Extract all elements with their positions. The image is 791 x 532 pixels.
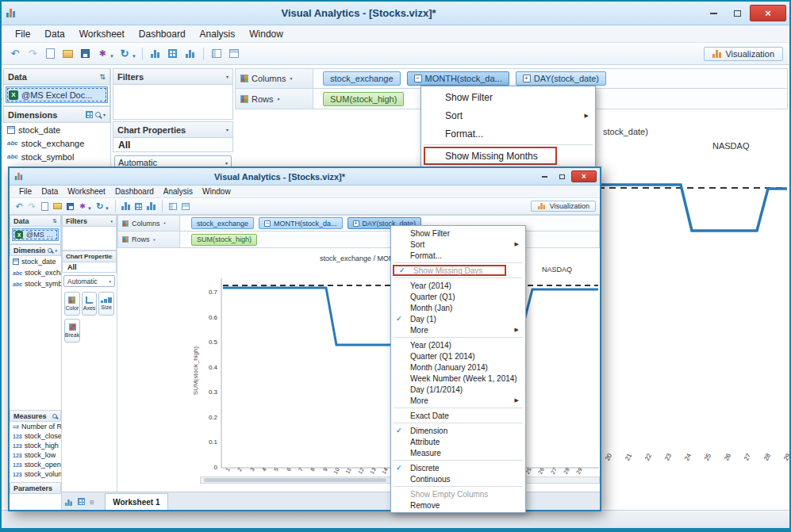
bar-chart-icon[interactable] — [148, 46, 163, 62]
item-sort[interactable]: Sort▶ — [391, 239, 525, 250]
chevron-down-icon[interactable]: ▾ — [226, 74, 228, 79]
layout-left-icon[interactable] — [167, 200, 179, 212]
menu-dashboard[interactable]: Dashboard — [132, 27, 193, 41]
item-show-empty-columns[interactable]: Show Empty Columns — [391, 488, 525, 499]
column-chart-icon[interactable] — [145, 200, 158, 212]
menu-worksheet[interactable]: Worksheet — [63, 186, 110, 197]
size-button[interactable]: Size — [98, 292, 114, 316]
filters-header[interactable]: Filters ▾ — [113, 68, 233, 85]
item-week-number-value[interactable]: Week Number (Week 1, 2014) — [391, 373, 525, 384]
close-button[interactable]: × — [571, 170, 597, 182]
save-icon[interactable] — [77, 46, 93, 62]
item-day-part[interactable]: ✓ Day (1) — [391, 313, 525, 324]
sort-updown-icon[interactable]: ⇅ — [99, 73, 106, 81]
undo-icon[interactable]: ↶ — [7, 46, 23, 62]
chart-properties-header[interactable]: Chart Properties ▾ — [113, 121, 233, 138]
item-month-value[interactable]: Month (January 2014) — [391, 362, 525, 373]
field-stock-symbol[interactable]: abc stock_symbol — [3, 150, 110, 163]
field-stock-volume[interactable]: 123 stock_volume — [10, 469, 61, 479]
measures-header[interactable]: Measures — [10, 410, 61, 422]
menu-worksheet[interactable]: Worksheet — [72, 27, 132, 41]
field-stock-exchange[interactable]: abc stock_exchange — [10, 267, 61, 278]
dimensions-header[interactable]: Dimensions ▾ — [3, 106, 110, 123]
layout-top-icon[interactable] — [226, 46, 242, 62]
axes-button[interactable]: Axes — [82, 292, 98, 316]
item-month-part[interactable]: Month (Jan) — [391, 302, 525, 313]
context-menu-item-sort[interactable]: Sort▶ — [421, 106, 595, 124]
columns-shelf[interactable]: Columns ▼ stock_exchange − MONTH(stock_d… — [117, 215, 600, 232]
parameters-header[interactable]: Parameters — [10, 482, 61, 494]
item-exact-date[interactable]: Exact Date — [391, 410, 525, 421]
layout-left-icon[interactable] — [209, 46, 225, 62]
column-chart-icon[interactable] — [182, 46, 198, 62]
item-measure[interactable]: Measure — [391, 447, 525, 458]
rows-shelf-label[interactable]: Rows ▼ — [236, 89, 313, 109]
item-attribute[interactable]: Attribute — [391, 436, 525, 447]
chart-properties-header[interactable]: Chart Properties — [62, 251, 117, 262]
rows-shelf[interactable]: Rows ▼ SUM(stock_high) — [117, 232, 600, 248]
data-panel-header[interactable]: Data ⇅ — [3, 68, 110, 85]
open-icon[interactable] — [60, 46, 75, 62]
menu-window[interactable]: Window — [198, 186, 236, 197]
scrollbar-thumb[interactable] — [204, 478, 386, 482]
menu-analysis[interactable]: Analysis — [159, 186, 198, 197]
field-stock-low[interactable]: 123 stock_low — [10, 450, 61, 460]
pill-sum-stock-high[interactable]: SUM(stock_high) — [191, 234, 257, 246]
field-stock-exchange[interactable]: abc stock_exchange — [3, 136, 110, 150]
dropdown-icon[interactable]: ▼ — [109, 54, 114, 59]
expand-field-icon[interactable]: + — [523, 75, 531, 82]
format-painter-icon[interactable]: ✱ — [94, 46, 110, 62]
columns-shelf-label[interactable]: Columns ▼ — [118, 216, 180, 231]
expand-field-icon[interactable]: + — [353, 220, 359, 227]
item-more-parts[interactable]: More▶ — [391, 324, 525, 335]
sort-updown-icon[interactable]: ⇅ — [52, 218, 57, 224]
context-menu-item-format[interactable]: Format... — [421, 124, 595, 143]
pill-stock-exchange[interactable]: stock_exchange — [191, 217, 254, 229]
field-stock-symbol[interactable]: abc stock_symbol — [10, 278, 61, 289]
marks-all-row[interactable]: All — [113, 138, 233, 152]
field-number-of-records[interactable]: =# Number of Rec... — [10, 422, 61, 431]
new-worksheet-tab-icon[interactable] — [64, 499, 73, 507]
item-year-part[interactable]: Year (2014) — [391, 280, 525, 291]
menu-window[interactable]: Window — [242, 27, 290, 41]
view-data-icon[interactable] — [86, 111, 93, 118]
context-menu-item-show-missing-months[interactable]: Show Missing Months — [424, 147, 557, 165]
search-icon[interactable] — [48, 248, 52, 253]
pill-stock-exchange[interactable]: stock_exchange — [323, 71, 401, 86]
menu-analysis[interactable]: Analysis — [193, 27, 243, 41]
maximize-button[interactable] — [726, 6, 748, 21]
visualization-button[interactable]: Visualization — [704, 47, 783, 61]
data-panel-header[interactable]: Data ⇅ — [10, 215, 61, 227]
undo-icon[interactable]: ↶ — [13, 200, 25, 212]
refresh-icon[interactable]: ↻ — [117, 46, 132, 62]
break-button[interactable]: Break — [64, 319, 80, 343]
dropdown-icon[interactable]: ▼ — [87, 206, 92, 211]
field-stock-date[interactable]: stock_date — [10, 256, 61, 267]
chevron-down-icon[interactable]: ▾ — [226, 127, 228, 132]
item-year-value[interactable]: Year (2014) — [391, 339, 525, 350]
field-stock-close[interactable]: 123 stock_close — [10, 431, 61, 441]
new-worksheet-icon[interactable] — [38, 200, 51, 212]
filters-header[interactable]: Filters ▾ — [62, 215, 117, 227]
titlebar[interactable]: Visual Analytics - [Stocks.vizx]* × — [2, 2, 789, 25]
menu-data[interactable]: Data — [37, 27, 71, 41]
layout-top-icon[interactable] — [179, 200, 192, 212]
pill-month-stock-date[interactable]: − MONTH(stock_da... — [407, 71, 509, 86]
open-icon[interactable] — [51, 200, 63, 212]
redo-icon[interactable]: ↷ — [25, 200, 38, 212]
columns-shelf-label[interactable]: Columns ▼ — [236, 69, 313, 88]
table-view-icon[interactable] — [132, 200, 145, 212]
item-more-values[interactable]: More▶ — [391, 395, 525, 406]
pill-day-stock-date[interactable]: + DAY(stock_date) — [516, 71, 606, 86]
pill-sum-stock-high[interactable]: SUM(stock_high) — [323, 92, 404, 106]
maximize-button[interactable] — [554, 171, 570, 182]
list-view-icon[interactable]: ≡ — [90, 498, 94, 507]
item-discrete[interactable]: ✓ Discrete — [391, 462, 525, 473]
collapse-field-icon[interactable]: − — [414, 75, 422, 82]
titlebar[interactable]: Visual Analytics - [Stocks.vizx]* × — [10, 168, 600, 186]
dropdown-icon[interactable]: ▼ — [132, 54, 136, 59]
bar-chart-icon[interactable] — [120, 200, 132, 212]
item-show-filter[interactable]: Show Filter — [391, 228, 525, 239]
item-day-value[interactable]: Day (1/1/2014) — [391, 384, 525, 395]
redo-icon[interactable]: ↷ — [25, 46, 40, 62]
